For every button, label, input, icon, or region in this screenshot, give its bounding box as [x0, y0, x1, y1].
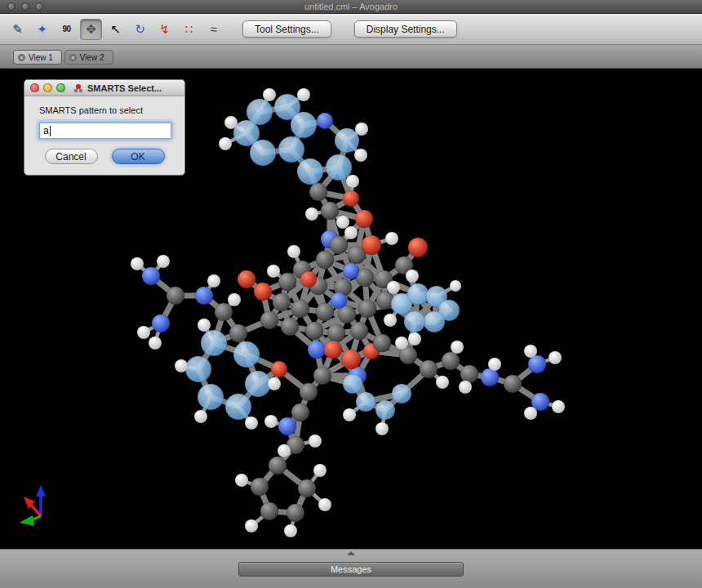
atom-H	[385, 232, 398, 245]
atom-H	[346, 175, 359, 188]
close-window-icon[interactable]	[7, 2, 16, 11]
atom-H	[309, 434, 322, 448]
navigate-tool-icon: ✦	[37, 22, 47, 37]
atom-X	[375, 400, 395, 420]
selection-tool[interactable]: ↖	[104, 19, 127, 40]
atom-C	[442, 352, 460, 370]
resize-handle[interactable]	[347, 551, 355, 555]
atom-O	[343, 190, 359, 207]
atom-H	[436, 376, 449, 389]
atom-N	[195, 287, 213, 305]
minimize-window-icon[interactable]	[21, 2, 29, 11]
atom-X	[392, 384, 411, 403]
titlebar: untitled.cml – Avogadro	[0, 0, 702, 14]
zoom-window-icon[interactable]	[35, 2, 43, 11]
atom-O	[300, 271, 317, 287]
display-settings-button[interactable]: Display Settings...	[354, 20, 457, 38]
y-axis-arrow	[20, 515, 34, 526]
messages-button[interactable]: Messages	[238, 562, 464, 577]
atom-C	[420, 360, 438, 378]
dialog-zoom-icon[interactable]	[56, 83, 65, 92]
tab-close-icon[interactable]: ✕	[69, 54, 77, 61]
atom-O	[324, 341, 342, 359]
autooptimize-tool-icon: ↯	[159, 22, 170, 37]
atom-H	[336, 216, 349, 229]
atom-H	[278, 444, 291, 457]
atom-C	[460, 365, 478, 383]
atom-O	[355, 210, 373, 228]
atom-H	[267, 265, 280, 278]
atom-H	[219, 137, 232, 150]
atom-H	[268, 377, 281, 390]
tab-view-1[interactable]: ✕View 1	[13, 50, 62, 65]
ok-button[interactable]: OK	[112, 149, 165, 164]
avogadro-window: untitled.cml – Avogadro ✎✦90✥↖↻↯∷≈ Tool …	[0, 0, 702, 588]
align-tool[interactable]: ∷	[178, 19, 200, 40]
atom-O	[341, 350, 361, 369]
atom-O	[238, 270, 255, 288]
manipulate-tool[interactable]: ✥	[80, 19, 102, 40]
atom-H	[235, 474, 248, 487]
z-axis-arrow	[36, 485, 46, 497]
atom-H	[344, 226, 358, 239]
cancel-button[interactable]: Cancel	[45, 149, 98, 164]
atom-C	[260, 311, 278, 329]
atom-X	[407, 283, 429, 305]
axes-indicator	[13, 475, 56, 526]
atom-H	[395, 336, 408, 350]
atom-C	[350, 322, 368, 340]
autorotate-tool-icon: ↻	[135, 22, 145, 37]
measure-tool-icon: 90	[62, 24, 70, 33]
atom-N	[343, 263, 359, 279]
tab-view-2[interactable]: ✕View 2	[64, 50, 113, 65]
measure-tool[interactable]: 90	[56, 19, 78, 40]
atom-C	[229, 324, 247, 342]
atom-C	[251, 478, 269, 496]
atom-N	[528, 355, 546, 373]
smarts-pattern-input[interactable]: a	[39, 122, 171, 139]
atom-C	[330, 236, 348, 254]
tool-settings-button[interactable]: Tool Settings...	[242, 20, 331, 38]
dialog-close-icon[interactable]	[30, 83, 39, 92]
window-title: untitled.cml – Avogadro	[0, 2, 702, 11]
atom-H	[297, 88, 310, 101]
draw-tool[interactable]: ✎	[7, 19, 29, 40]
atom-N	[278, 417, 296, 435]
atom-H	[343, 408, 356, 421]
spring-tool[interactable]: ≈	[202, 19, 224, 40]
dialog-titlebar: SMARTS Select...	[24, 80, 184, 96]
selection-tool-icon: ↖	[110, 22, 121, 37]
draw-tool-icon: ✎	[12, 22, 23, 37]
atom-H	[387, 281, 400, 294]
atom-X	[233, 341, 260, 368]
autooptimize-tool[interactable]: ↯	[153, 19, 176, 40]
atom-X	[185, 356, 211, 382]
dialog-buttons: Cancel OK	[39, 149, 170, 164]
atom-H	[263, 88, 276, 101]
atom-O	[271, 361, 287, 377]
atom-X	[201, 330, 227, 356]
atom-C	[321, 202, 339, 220]
atom-X	[225, 394, 251, 420]
atom-C	[309, 183, 327, 201]
align-tool-icon: ∷	[185, 22, 193, 37]
window-controls	[0, 2, 43, 11]
atom-C	[305, 322, 323, 340]
dialog-title: SMARTS Select...	[87, 83, 162, 93]
tab-label: View 1	[29, 53, 53, 62]
atom-C	[260, 502, 278, 520]
atom-H	[488, 358, 501, 371]
avogadro-icon	[73, 83, 83, 93]
autorotate-tool[interactable]: ↻	[129, 19, 151, 40]
navigate-tool[interactable]: ✦	[31, 19, 53, 40]
atom-H	[245, 519, 258, 532]
atom-C	[327, 324, 345, 342]
dialog-minimize-icon[interactable]	[43, 83, 52, 92]
tab-close-icon[interactable]: ✕	[18, 54, 25, 61]
smarts-prompt-label: SMARTS pattern to select	[39, 105, 170, 115]
atom-X	[250, 140, 276, 166]
molecule-viewport[interactable]: SMARTS Select... SMARTS pattern to selec…	[0, 69, 702, 549]
atom-H	[207, 274, 220, 287]
atom-O	[362, 235, 381, 255]
atom-H	[284, 524, 297, 537]
